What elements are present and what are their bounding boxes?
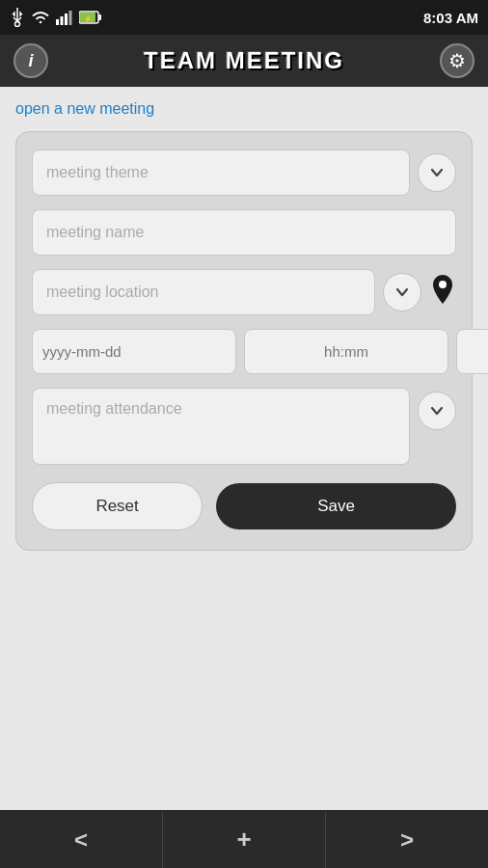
app-title: TEAM MEETING — [144, 47, 344, 74]
back-button[interactable]: < — [0, 811, 163, 868]
svg-rect-7 — [99, 14, 102, 20]
svg-rect-2 — [61, 16, 64, 25]
chevron-down-icon — [393, 284, 411, 301]
meeting-attendance-dropdown[interactable] — [418, 392, 456, 430]
meeting-attendance-row — [32, 388, 456, 465]
meeting-theme-dropdown[interactable] — [418, 153, 456, 192]
svg-point-0 — [15, 22, 20, 27]
meeting-name-input[interactable] — [32, 209, 456, 256]
svg-rect-1 — [56, 19, 59, 25]
info-label: i — [28, 51, 33, 71]
reset-button[interactable]: Reset — [32, 482, 203, 530]
end-time-input[interactable] — [456, 329, 488, 374]
info-button[interactable]: i — [14, 43, 48, 78]
meeting-form-card: Reset Save — [15, 131, 473, 551]
svg-rect-4 — [69, 11, 72, 25]
svg-rect-3 — [65, 14, 68, 25]
svg-text:⚡: ⚡ — [84, 14, 93, 23]
add-button[interactable]: + — [163, 811, 326, 868]
meeting-theme-row — [32, 149, 456, 196]
signal-icon — [56, 10, 73, 25]
bottom-navigation: < + > — [0, 810, 488, 868]
title-bar: i TEAM MEETING ⚙ — [0, 35, 488, 87]
meeting-location-dropdown[interactable] — [383, 273, 421, 312]
usb-icon — [10, 8, 25, 27]
gear-icon: ⚙ — [448, 49, 466, 72]
status-time: 8:03 AM — [423, 10, 478, 26]
status-bar-left: ⚡ — [10, 8, 102, 27]
meeting-theme-input[interactable] — [32, 149, 410, 196]
meeting-attendance-input[interactable] — [32, 388, 410, 465]
status-bar: ⚡ 8:03 AM — [0, 0, 488, 35]
location-pin-icon — [429, 273, 456, 312]
battery-icon: ⚡ — [79, 11, 102, 24]
meeting-location-input[interactable] — [32, 269, 375, 315]
save-button[interactable]: Save — [216, 483, 456, 529]
meeting-location-row — [32, 269, 456, 315]
wifi-icon — [31, 10, 50, 25]
start-time-input[interactable] — [244, 329, 448, 374]
meeting-name-row — [32, 209, 456, 256]
date-input[interactable] — [32, 329, 236, 374]
chevron-down-icon — [428, 402, 446, 420]
settings-button[interactable]: ⚙ — [440, 43, 474, 78]
time-display: 8:03 AM — [423, 10, 478, 26]
svg-point-9 — [439, 281, 447, 288]
datetime-row — [32, 329, 456, 374]
chevron-down-icon — [428, 164, 446, 181]
open-new-meeting-link[interactable]: open a new meeting — [15, 100, 473, 118]
form-buttons-row: Reset Save — [32, 482, 456, 530]
forward-button[interactable]: > — [326, 811, 488, 868]
main-content: open a new meeting — [0, 87, 488, 810]
